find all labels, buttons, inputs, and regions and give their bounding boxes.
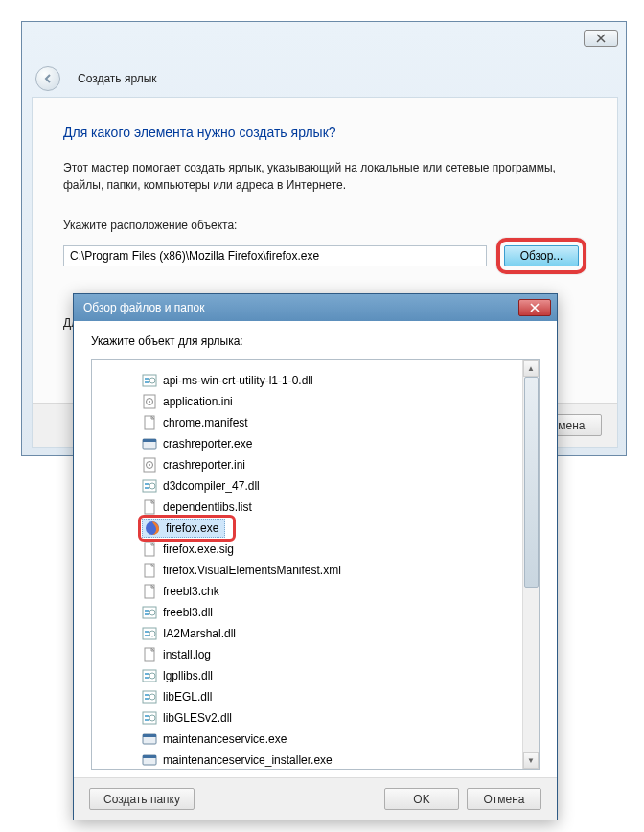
file-item[interactable]: lgpllibs.dll	[142, 665, 539, 686]
svg-rect-1	[145, 378, 149, 380]
svg-rect-27	[145, 631, 149, 633]
svg-point-6	[149, 401, 150, 403]
exe-icon	[142, 731, 157, 747]
file-name: lgpllibs.dll	[163, 669, 213, 682]
svg-rect-9	[143, 439, 156, 442]
scroll-down-arrow[interactable]: ▼	[523, 752, 539, 769]
dll-icon	[142, 710, 157, 726]
svg-point-12	[149, 464, 150, 466]
file-name: crashreporter.ini	[163, 458, 245, 472]
file-icon	[142, 542, 157, 557]
file-item[interactable]: freebl3.dll	[142, 602, 539, 623]
file-name: dependentlibs.list	[163, 500, 252, 514]
svg-rect-37	[145, 698, 149, 700]
file-item[interactable]: chrome.manifest	[142, 412, 539, 433]
file-icon	[142, 584, 157, 599]
svg-rect-36	[145, 694, 149, 696]
dll-icon	[142, 373, 157, 388]
svg-rect-23	[145, 610, 149, 612]
file-item[interactable]: libEGL.dll	[142, 686, 539, 707]
file-name: libEGL.dll	[163, 690, 212, 704]
dll-icon	[142, 605, 157, 620]
file-item[interactable]: libGLESv2.dll	[142, 707, 539, 728]
scroll-thumb[interactable]	[524, 377, 539, 588]
window-close-button[interactable]	[584, 30, 618, 47]
dll-icon	[142, 626, 157, 641]
browse-files-dialog: Обзор файлов и папок Укажите объект для …	[73, 293, 558, 820]
file-item[interactable]: maintenanceservice.exe	[142, 728, 539, 750]
close-icon	[530, 303, 540, 312]
file-item[interactable]: maintenanceservice_installer.exe	[142, 750, 539, 770]
scroll-track[interactable]	[523, 377, 539, 752]
file-name: libGLESv2.dll	[163, 711, 232, 725]
svg-rect-15	[145, 487, 149, 489]
wizard-header-row: Создать ярлык	[22, 60, 626, 97]
dialog-button-bar: Создать папку OK Отмена	[74, 777, 557, 820]
dll-icon	[142, 668, 157, 683]
selected-file-highlight: firefox.exe	[138, 515, 236, 542]
svg-rect-46	[143, 755, 156, 758]
wizard-heading: Для какого элемента нужно создать ярлык?	[63, 125, 586, 140]
file-item[interactable]: crashreporter.ini	[142, 454, 539, 475]
location-label: Укажите расположение объекта:	[63, 219, 586, 232]
file-tree[interactable]: ▲ ▼ api-ms-win-crt-utility-l1-1-0.dllapp…	[91, 359, 540, 770]
wizard-description: Этот мастер помогает создать ярлык, указ…	[63, 159, 586, 194]
file-item[interactable]: d3dcompiler_47.dll	[142, 475, 539, 497]
file-icon	[142, 499, 157, 515]
vertical-scrollbar[interactable]: ▲ ▼	[522, 360, 539, 769]
file-item[interactable]: crashreporter.exe	[142, 433, 539, 454]
file-name: firefox.exe.sig	[163, 543, 234, 556]
dialog-titlebar[interactable]: Обзор файлов и папок	[74, 294, 557, 321]
svg-rect-40	[145, 715, 149, 717]
file-name: install.log	[163, 648, 211, 661]
close-icon	[596, 34, 606, 43]
svg-rect-28	[145, 635, 149, 636]
file-item[interactable]: freebl3.chk	[142, 581, 539, 602]
ini-icon	[142, 394, 157, 409]
file-name: maintenanceservice_installer.exe	[163, 753, 333, 767]
ok-button[interactable]: OK	[384, 788, 459, 810]
file-item[interactable]: firefox.exe.sig	[142, 539, 539, 560]
file-name: IA2Marshal.dll	[163, 627, 236, 640]
file-item[interactable]: firefox.VisualElementsManifest.xml	[142, 560, 539, 581]
exe-icon	[142, 436, 157, 451]
dialog-title: Обзор файлов и папок	[83, 301, 204, 314]
browse-button[interactable]: Обзор...	[504, 245, 579, 266]
file-item[interactable]: install.log	[142, 644, 539, 665]
svg-rect-44	[143, 734, 156, 737]
svg-rect-41	[145, 719, 149, 721]
file-icon	[142, 415, 157, 430]
file-name: firefox.exe	[166, 521, 218, 535]
dialog-cancel-button[interactable]: Отмена	[467, 788, 541, 810]
wizard-title: Создать ярлык	[78, 72, 157, 85]
file-item[interactable]: application.ini	[142, 391, 539, 412]
arrow-left-icon	[42, 73, 54, 84]
svg-rect-14	[145, 483, 149, 485]
file-icon	[142, 647, 157, 662]
file-item[interactable]: IA2Marshal.dll	[142, 623, 539, 644]
back-button[interactable]	[35, 66, 60, 91]
dll-icon	[142, 478, 157, 494]
dialog-close-button[interactable]	[518, 299, 551, 316]
scroll-up-arrow[interactable]: ▲	[523, 360, 539, 377]
file-name: firefox.VisualElementsManifest.xml	[163, 564, 341, 577]
svg-rect-33	[145, 677, 149, 679]
file-name: application.ini	[163, 395, 233, 408]
location-input[interactable]	[63, 245, 487, 266]
create-folder-button[interactable]: Создать папку	[89, 788, 195, 810]
file-item-selected[interactable]: firefox.exe	[142, 518, 539, 539]
file-name: crashreporter.exe	[163, 437, 252, 451]
file-name: api-ms-win-crt-utility-l1-1-0.dll	[163, 374, 313, 387]
ini-icon	[142, 457, 157, 473]
file-name: d3dcompiler_47.dll	[163, 479, 260, 493]
firefox-icon	[145, 520, 160, 536]
dll-icon	[142, 689, 157, 705]
file-name: chrome.manifest	[163, 416, 248, 429]
svg-rect-2	[145, 381, 149, 383]
dialog-instruction: Укажите объект для ярлыка:	[91, 335, 540, 348]
browse-button-highlight: Обзор...	[496, 238, 586, 274]
file-name: freebl3.dll	[163, 606, 213, 619]
svg-rect-24	[145, 613, 149, 615]
file-item[interactable]: api-ms-win-crt-utility-l1-1-0.dll	[142, 370, 539, 391]
svg-rect-32	[145, 673, 149, 675]
